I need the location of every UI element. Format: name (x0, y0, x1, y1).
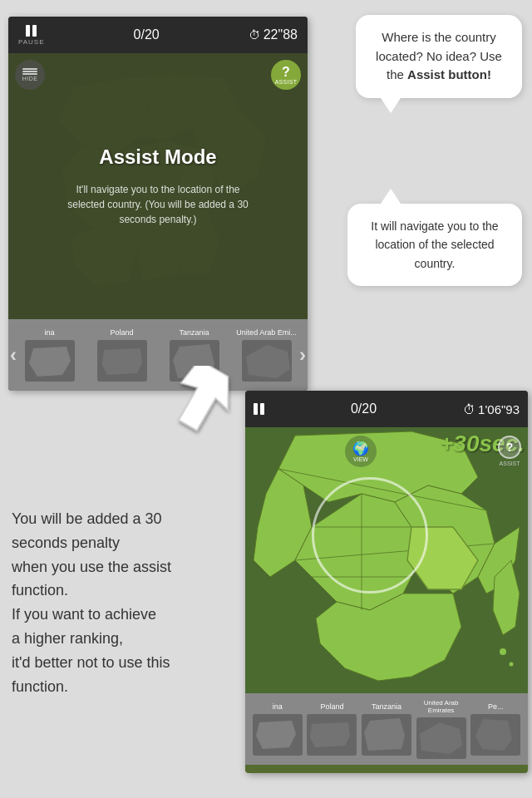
timer-display-2: ⏱ 1'06"93 (463, 402, 520, 416)
country-item-tanzania-2[interactable]: Tanzania (361, 702, 412, 756)
view-label: VIEW (353, 456, 368, 462)
svg-marker-13 (246, 345, 290, 378)
country-strip-bottom: ina Poland Tanzania United Arab Emirates… (245, 693, 528, 765)
svg-marker-32 (364, 718, 405, 751)
text-line-1-2: You will be added a 30 seconds penalty w… (12, 507, 236, 698)
pause-icon (26, 25, 37, 37)
assist-mode-title: Assist Mode (99, 145, 216, 169)
assist-question-2: ? (498, 436, 521, 459)
country-silhouette-china (25, 340, 75, 382)
pause-icon-2 (254, 403, 264, 415)
bubble-1-text: Where is the country located? No idea? U… (369, 28, 509, 85)
hide-button[interactable]: HIDE (15, 60, 45, 90)
hide-label: HIDE (22, 76, 38, 81)
map-area: HIDE ? ASSIST Assist Mode It'll navigate… (8, 53, 308, 319)
country-strip-top: ‹ ina Poland Tanzania United Arab Emi... (8, 319, 308, 391)
timer-value-2: 1'06"93 (478, 402, 520, 416)
timer-value: 22"88 (264, 27, 298, 42)
country-name-poland: Poland (110, 328, 133, 337)
big-arrow (166, 366, 249, 441)
timer-icon-2: ⏱ (463, 402, 475, 416)
country-silhouette-poland (97, 340, 147, 382)
country-name-tanzania: Tanzania (179, 328, 209, 337)
svg-marker-10 (29, 347, 71, 377)
text-panel: You will be added a 30 seconds penalty w… (12, 507, 236, 698)
assist-question-mark: ? (282, 66, 290, 79)
strip-arrow-right[interactable]: › (299, 343, 306, 367)
svg-marker-31 (310, 722, 350, 747)
game-header-2: 0/20 ⏱ 1'06"93 (245, 391, 528, 427)
view-button[interactable]: 🌍 VIEW (345, 436, 377, 467)
hide-icon (22, 68, 37, 70)
svg-marker-14 (166, 366, 243, 439)
svg-marker-30 (256, 721, 296, 749)
country-item-china[interactable]: ina (15, 328, 84, 382)
assist-button-2[interactable]: ? ASSIST (498, 436, 521, 466)
country-name-china-2: ina (273, 702, 283, 711)
text-line-4: function. (12, 582, 68, 598)
timer-display: ⏱ 22"88 (249, 27, 298, 42)
assist-mode-overlay: Assist Mode It'll navigate you to the lo… (8, 53, 308, 319)
assist-mode-description: It'll navigate you to the location of th… (58, 182, 258, 227)
strip-arrow-left[interactable]: ‹ (10, 343, 17, 367)
score-display: 0/20 (134, 27, 160, 42)
hide-icon-2 (22, 71, 37, 72)
timer-icon: ⏱ (249, 28, 260, 42)
text-line-6: a higher ranking, (12, 630, 123, 647)
assist-button-map[interactable]: ? ASSIST (271, 60, 301, 90)
hide-icon-3 (22, 73, 37, 75)
bottom-screenshot: 0/20 ⏱ 1'06"93 +30sec. (245, 391, 528, 773)
country-name-poland-2: Poland (320, 702, 343, 711)
assist-label-2: ASSIST (500, 461, 520, 466)
bubble-2-text: It will navigate you to the location of … (361, 217, 509, 273)
country-silhouette-uae-2 (416, 717, 466, 759)
country-silhouette-poland-2 (307, 714, 357, 756)
bubble-1-bold-text: Assist button! (407, 67, 491, 81)
globe-icon: 🌍 (352, 441, 369, 456)
text-line-3: when you use the assist (12, 559, 171, 575)
svg-marker-34 (475, 719, 512, 751)
country-name-tanzania-2: Tanzania (372, 702, 401, 711)
text-line-7: it'd better not to use this (12, 654, 170, 671)
pause-label: PAUSE (18, 38, 45, 46)
country-silhouette-tanzania-2 (362, 714, 411, 756)
pause-button-2[interactable] (254, 403, 264, 415)
country-item-china-2[interactable]: ina (252, 702, 303, 756)
score-display-2: 0/20 (351, 401, 377, 416)
country-name-uae-2: United Arab Emirates (416, 699, 467, 714)
country-item-peru[interactable]: Pe... (470, 702, 521, 756)
speech-bubble-2: It will navigate you to the location of … (347, 204, 522, 286)
country-item-uae-2[interactable]: United Arab Emirates (416, 699, 467, 759)
assist-button-label: ASSIST (275, 79, 298, 85)
country-name-uae: United Arab Emi... (236, 328, 297, 337)
top-screenshot: PAUSE 0/20 ⏱ 22"88 (8, 17, 308, 391)
svg-marker-33 (420, 722, 462, 754)
country-item-poland-2[interactable]: Poland (307, 702, 358, 756)
country-name-peru: Pe... (488, 702, 504, 711)
svg-marker-19 (316, 594, 461, 681)
country-item-poland[interactable]: Poland (87, 328, 156, 382)
text-line-8: function. (12, 678, 68, 695)
africa-map (245, 427, 528, 693)
text-line-1: You will be added a 30 (12, 510, 161, 527)
pause-button[interactable]: PAUSE (18, 25, 45, 46)
game-header: PAUSE 0/20 ⏱ 22"88 (8, 17, 308, 53)
speech-bubble-1: Where is the country located? No idea? U… (356, 15, 522, 98)
svg-point-28 (500, 648, 506, 655)
text-line-5: If you want to achieve (12, 606, 156, 623)
svg-marker-11 (102, 348, 142, 375)
svg-point-29 (510, 663, 514, 667)
country-silhouette-peru (470, 714, 520, 756)
country-name-china: ina (44, 328, 54, 337)
text-line-2: seconds penalty (12, 534, 120, 551)
map-area-africa: 🌍 VIEW ? ASSIST (245, 427, 528, 693)
country-silhouette-china-2 (253, 714, 303, 756)
